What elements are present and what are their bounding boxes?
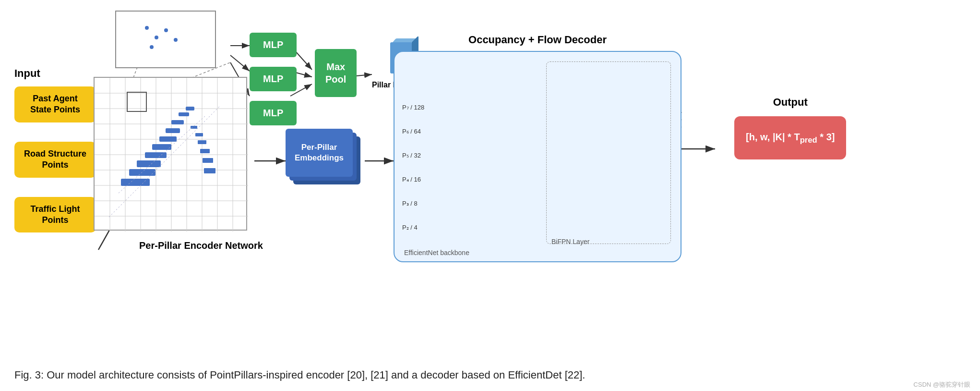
mlp-box-2: MLP <box>250 67 297 91</box>
output-section: Output [h, w, |K| * Tpred * 3] <box>734 96 846 159</box>
bifpn-box: BiFPN Layer <box>546 61 671 244</box>
per-pillar-embeddings: Per-Pillar Embeddings <box>286 129 362 186</box>
svg-rect-119 <box>152 144 171 150</box>
svg-rect-127 <box>200 149 210 153</box>
caption: Fig. 3: Our model architecture consists … <box>14 369 966 381</box>
bifpn-label: BiFPN Layer <box>551 238 589 245</box>
svg-rect-126 <box>198 140 206 144</box>
svg-rect-128 <box>203 158 213 163</box>
svg-rect-115 <box>179 112 189 116</box>
watermark: CSDN @骆驼穿针眼 <box>913 380 970 389</box>
decoder-box: P₇ / 128 P₆ / 64 P₅ / 32 P₄ / 16 P₃ / 8 … <box>394 51 681 262</box>
p6-label: P₆ / 64 <box>402 128 421 135</box>
mlp-group: MLP MLP MLP <box>250 33 297 125</box>
embeddings-stack: Per-Pillar Embeddings <box>286 129 362 186</box>
svg-rect-129 <box>204 168 215 173</box>
input-box-road-structure: Road Structure Points <box>14 142 96 178</box>
svg-rect-123 <box>121 179 150 186</box>
grid-svg <box>95 78 248 232</box>
p2-label: P₂ / 4 <box>402 224 418 231</box>
svg-rect-118 <box>159 136 177 142</box>
svg-line-9 <box>230 55 250 71</box>
input-section: Input Past Agent State Points Road Struc… <box>14 67 96 242</box>
maxpool-box: MaxPool <box>315 49 357 97</box>
p5-label: P₅ / 32 <box>402 152 421 159</box>
svg-rect-114 <box>186 107 194 110</box>
mlp-box-3: MLP <box>250 101 297 125</box>
p7-label: P₇ / 128 <box>402 104 424 111</box>
decoder-section: Occupancy + Flow Decoder P₇ / 128 P₆ / 6… <box>394 34 681 262</box>
svg-rect-122 <box>129 169 155 176</box>
input-label: Input <box>14 67 96 80</box>
output-formula: [h, w, |K| * Tpred * 3] <box>746 132 835 142</box>
svg-rect-125 <box>195 133 203 136</box>
svg-rect-120 <box>145 152 167 158</box>
per-pillar-label: Per-Pillar Embeddings <box>286 142 353 163</box>
output-label: Output <box>773 96 808 109</box>
mlp-box-1: MLP <box>250 33 297 57</box>
decoder-label: Occupancy + Flow Decoder <box>394 34 681 46</box>
svg-rect-116 <box>171 120 184 124</box>
svg-rect-117 <box>166 128 180 133</box>
zoom-detail <box>115 11 216 68</box>
input-box-past-agent: Past Agent State Points <box>14 86 96 122</box>
output-box: [h, w, |K| * Tpred * 3] <box>734 116 846 159</box>
efficientnet-label: EfficientNet backbone <box>404 249 469 257</box>
encoder-label: Per-Pillar Encoder Network <box>139 240 263 251</box>
p4-label: P₄ / 16 <box>402 176 421 183</box>
p3-label: P₃ / 8 <box>402 200 418 207</box>
main-container: Input Past Agent State Points Road Struc… <box>0 0 980 391</box>
input-box-traffic-light: Traffic Light Points <box>14 197 96 233</box>
pointcloud-grid <box>94 77 247 231</box>
